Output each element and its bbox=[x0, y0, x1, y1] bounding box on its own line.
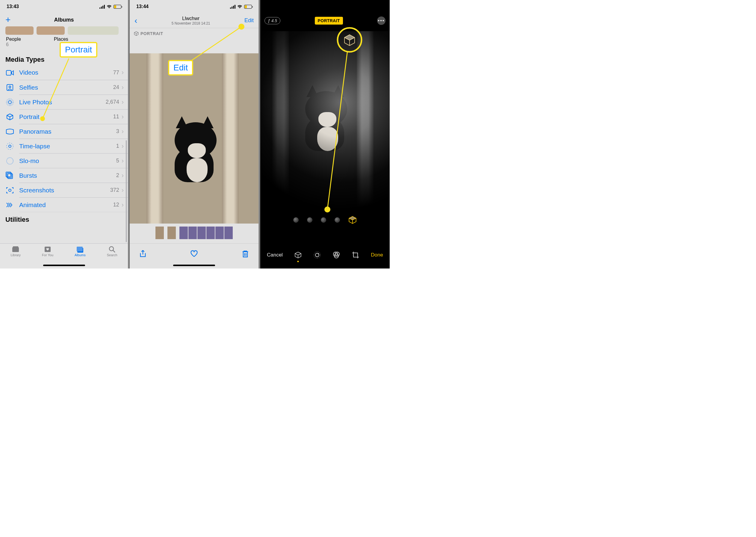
wifi-icon bbox=[237, 5, 242, 9]
chevron-right-icon: › bbox=[122, 201, 124, 209]
thumbnail[interactable] bbox=[215, 227, 224, 239]
row-bursts[interactable]: Bursts2› bbox=[0, 168, 128, 183]
thumbnail[interactable] bbox=[188, 227, 197, 239]
row-timelapse[interactable]: Time-lapse1› bbox=[0, 139, 128, 153]
crop-tool-icon[interactable] bbox=[351, 251, 360, 259]
people-label: People bbox=[6, 37, 21, 42]
svg-point-6 bbox=[7, 143, 13, 149]
thumbnail-current[interactable] bbox=[168, 227, 176, 239]
svg-point-22 bbox=[318, 253, 319, 254]
add-button[interactable]: + bbox=[5, 15, 11, 25]
photo-date-subtitle: 5 November 2018 14:21 bbox=[171, 21, 210, 25]
people-count: 6 bbox=[0, 42, 128, 52]
thumbnail[interactable] bbox=[207, 227, 215, 239]
edit-nav-bar: ƒ 4.5 PORTRAIT ••• bbox=[260, 13, 390, 28]
svg-rect-0 bbox=[6, 70, 11, 75]
edit-photo-viewer[interactable] bbox=[260, 31, 390, 209]
row-count: 24 bbox=[113, 84, 119, 91]
utilities-header: Utilities bbox=[0, 212, 128, 226]
photo-viewer[interactable] bbox=[130, 53, 258, 224]
svg-point-12 bbox=[9, 189, 11, 191]
row-animated[interactable]: Animated12› bbox=[0, 197, 128, 212]
row-label: Animated bbox=[19, 201, 113, 209]
lighting-natural-icon[interactable] bbox=[293, 217, 299, 223]
filters-tool-icon[interactable] bbox=[332, 251, 341, 259]
status-bar: 13:44 bbox=[130, 0, 258, 13]
row-label: Videos bbox=[19, 69, 113, 76]
lighting-style-selector[interactable] bbox=[260, 216, 390, 224]
status-time: 13:44 bbox=[136, 4, 149, 9]
row-label: Slo-mo bbox=[19, 157, 116, 165]
row-screenshots[interactable]: Screenshots372› bbox=[0, 183, 128, 197]
chevron-right-icon: › bbox=[122, 84, 124, 91]
back-button[interactable]: ‹ bbox=[134, 16, 137, 25]
row-count: 77 bbox=[113, 69, 119, 76]
row-label: Live Photos bbox=[19, 99, 106, 106]
heart-icon[interactable] bbox=[190, 250, 198, 258]
svg-rect-14 bbox=[13, 246, 18, 247]
portrait-mode-pill[interactable]: PORTRAIT bbox=[315, 17, 343, 24]
thumbnail[interactable] bbox=[224, 227, 233, 239]
tab-library[interactable]: Library bbox=[11, 246, 21, 268]
status-right bbox=[99, 5, 121, 9]
home-indicator[interactable] bbox=[173, 265, 215, 266]
svg-line-19 bbox=[113, 250, 115, 252]
phone-albums-screen: 13:43 + Albums People Places 6 Media Typ… bbox=[0, 0, 128, 268]
phone-edit-screen: ƒ 4.5 PORTRAIT ••• Cancel bbox=[260, 0, 390, 268]
albums-icon bbox=[76, 246, 84, 253]
media-types-header: Media Types bbox=[0, 52, 128, 65]
chevron-right-icon: › bbox=[122, 128, 124, 136]
thumbnail[interactable] bbox=[179, 227, 188, 239]
chevron-right-icon: › bbox=[122, 172, 124, 180]
row-slomo[interactable]: Slo-mo5› bbox=[0, 153, 128, 168]
svg-point-4 bbox=[7, 100, 13, 105]
share-icon[interactable] bbox=[139, 250, 147, 258]
lighting-stage-icon[interactable] bbox=[335, 217, 340, 223]
svg-point-8 bbox=[7, 158, 13, 164]
portrait-tool-icon[interactable] bbox=[294, 251, 302, 259]
status-bar: 13:43 bbox=[0, 0, 128, 13]
thumbnail[interactable] bbox=[197, 227, 206, 239]
nav-bar: ‹ Llwchwr 5 November 2018 14:21 Edit bbox=[130, 13, 258, 28]
livephotos-icon bbox=[5, 98, 15, 107]
panorama-icon bbox=[5, 127, 15, 136]
lighting-highkey-cube-icon[interactable] bbox=[348, 216, 357, 224]
cube-icon bbox=[134, 31, 139, 36]
scroll-indicator[interactable] bbox=[126, 140, 127, 242]
places-label: Places bbox=[54, 37, 68, 42]
row-videos[interactable]: Videos77› bbox=[0, 65, 128, 80]
thumbnail[interactable] bbox=[155, 227, 164, 239]
search-icon bbox=[108, 246, 116, 253]
lighting-contour-icon[interactable] bbox=[321, 217, 326, 223]
cellular-signal-icon bbox=[99, 5, 105, 9]
row-panoramas[interactable]: Panoramas3› bbox=[0, 124, 128, 139]
people-tile-2[interactable] bbox=[37, 26, 65, 35]
done-button[interactable]: Done bbox=[371, 252, 383, 258]
edit-button[interactable]: Edit bbox=[245, 18, 254, 24]
chevron-right-icon: › bbox=[122, 186, 124, 194]
trash-icon[interactable] bbox=[241, 250, 249, 258]
chevron-right-icon: › bbox=[122, 142, 124, 150]
library-icon bbox=[12, 246, 19, 253]
row-selfies[interactable]: Selfies24› bbox=[0, 80, 128, 95]
row-label: Selfies bbox=[19, 84, 113, 91]
album-tiles bbox=[0, 26, 128, 35]
wifi-icon bbox=[107, 5, 112, 9]
more-button[interactable]: ••• bbox=[377, 17, 386, 25]
places-tile[interactable] bbox=[68, 26, 119, 35]
people-tile[interactable] bbox=[5, 26, 34, 35]
cancel-button[interactable]: Cancel bbox=[267, 252, 283, 258]
thumbnail-strip[interactable] bbox=[130, 227, 258, 240]
lighting-studio-icon[interactable] bbox=[307, 217, 312, 223]
status-time: 13:43 bbox=[7, 4, 19, 9]
tab-search[interactable]: Search bbox=[107, 246, 117, 268]
aperture-button[interactable]: ƒ 4.5 bbox=[264, 17, 280, 24]
row-livephotos[interactable]: Live Photos2,674› bbox=[0, 95, 128, 109]
selfies-icon bbox=[5, 83, 15, 92]
adjust-tool-icon[interactable] bbox=[313, 251, 321, 259]
phone-photo-detail-screen: 13:44 ‹ Llwchwr 5 November 2018 14:21 Ed… bbox=[130, 0, 258, 268]
foryou-icon bbox=[44, 246, 52, 253]
home-indicator[interactable] bbox=[43, 265, 85, 266]
nav-bar: + Albums bbox=[0, 13, 128, 26]
row-portrait[interactable]: Portrait11› bbox=[0, 109, 128, 124]
